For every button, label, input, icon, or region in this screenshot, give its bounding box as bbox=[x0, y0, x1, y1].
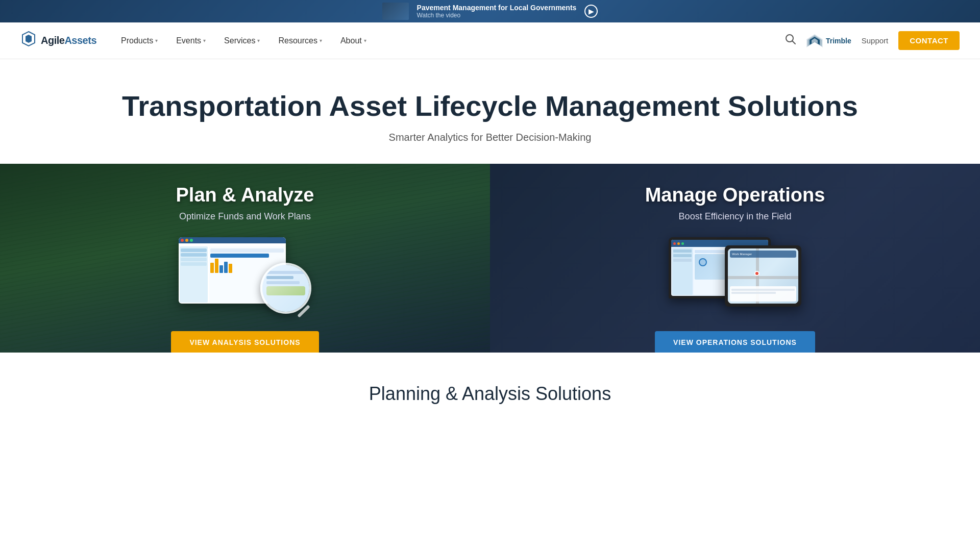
panel-right: Manage Operations Boost Efficiency in th… bbox=[490, 164, 980, 353]
nav-products[interactable]: Products ▾ bbox=[113, 32, 166, 49]
nav-left: AgileAssets Products ▾ Events ▾ Services… bbox=[20, 31, 375, 51]
panel-left-title: Plan & Analyze bbox=[176, 184, 314, 206]
hero-section: Transportation Asset Lifecycle Managemen… bbox=[0, 59, 980, 164]
nav-services[interactable]: Services ▾ bbox=[216, 32, 268, 49]
hero-title: Transportation Asset Lifecycle Managemen… bbox=[20, 90, 960, 122]
contact-button[interactable]: CONTACT bbox=[898, 31, 960, 50]
tablet-mockup: Work Manager bbox=[725, 245, 801, 307]
panel-left-content: Plan & Analyze Optimize Funds and Work P… bbox=[31, 184, 459, 353]
logo-icon bbox=[20, 31, 37, 51]
resources-chevron-icon: ▾ bbox=[320, 38, 322, 43]
nav-items: Products ▾ Events ▾ Services ▾ Resources… bbox=[113, 32, 375, 49]
nav-resources[interactable]: Resources ▾ bbox=[270, 32, 330, 49]
view-operations-button[interactable]: VIEW OPERATIONS SOLUTIONS bbox=[655, 331, 815, 353]
banner-play-button[interactable]: ▶ bbox=[584, 5, 598, 18]
navbar: AgileAssets Products ▾ Events ▾ Services… bbox=[0, 22, 980, 59]
services-chevron-icon: ▾ bbox=[257, 38, 260, 43]
planning-section: Planning & Analysis Solutions bbox=[0, 353, 980, 425]
panel-right-title: Manage Operations bbox=[645, 184, 825, 206]
banner-subtitle: Watch the video bbox=[417, 12, 577, 19]
panel-right-subtitle: Boost Efficiency in the Field bbox=[679, 211, 792, 222]
banner-text-group: Pavement Management for Local Government… bbox=[417, 4, 577, 19]
trimble-icon bbox=[806, 34, 823, 47]
nav-about[interactable]: About ▾ bbox=[332, 32, 375, 49]
view-analysis-button[interactable]: VIEW ANALYSIS SOLUTIONS bbox=[171, 331, 318, 353]
banner-thumbnail bbox=[382, 3, 409, 20]
hero-subtitle: Smarter Analytics for Better Decision-Ma… bbox=[20, 132, 960, 143]
trimble-logo[interactable]: Trimble bbox=[806, 34, 851, 47]
magnifier-overlay bbox=[250, 258, 311, 319]
products-chevron-icon: ▾ bbox=[155, 38, 158, 43]
panel-left-screenshot bbox=[179, 237, 311, 319]
banner-title: Pavement Management for Local Government… bbox=[417, 4, 577, 12]
search-icon[interactable] bbox=[785, 34, 796, 47]
support-link[interactable]: Support bbox=[862, 36, 889, 45]
svg-line-1 bbox=[792, 41, 795, 44]
panel-right-content: Manage Operations Boost Efficiency in th… bbox=[521, 184, 949, 353]
panel-right-screenshot: Work Manager bbox=[669, 237, 801, 319]
top-banner: Pavement Management for Local Government… bbox=[0, 0, 980, 22]
events-chevron-icon: ▾ bbox=[203, 38, 206, 43]
logo-text: AgileAssets bbox=[41, 35, 96, 46]
panel-left-subtitle: Optimize Funds and Work Plans bbox=[179, 211, 311, 222]
panels-container: Plan & Analyze Optimize Funds and Work P… bbox=[0, 164, 980, 353]
planning-title: Planning & Analysis Solutions bbox=[20, 383, 960, 405]
nav-events[interactable]: Events ▾ bbox=[168, 32, 214, 49]
about-chevron-icon: ▾ bbox=[364, 38, 366, 43]
nav-right: Trimble Support CONTACT bbox=[785, 31, 960, 50]
logo[interactable]: AgileAssets bbox=[20, 31, 96, 51]
panel-left: Plan & Analyze Optimize Funds and Work P… bbox=[0, 164, 490, 353]
